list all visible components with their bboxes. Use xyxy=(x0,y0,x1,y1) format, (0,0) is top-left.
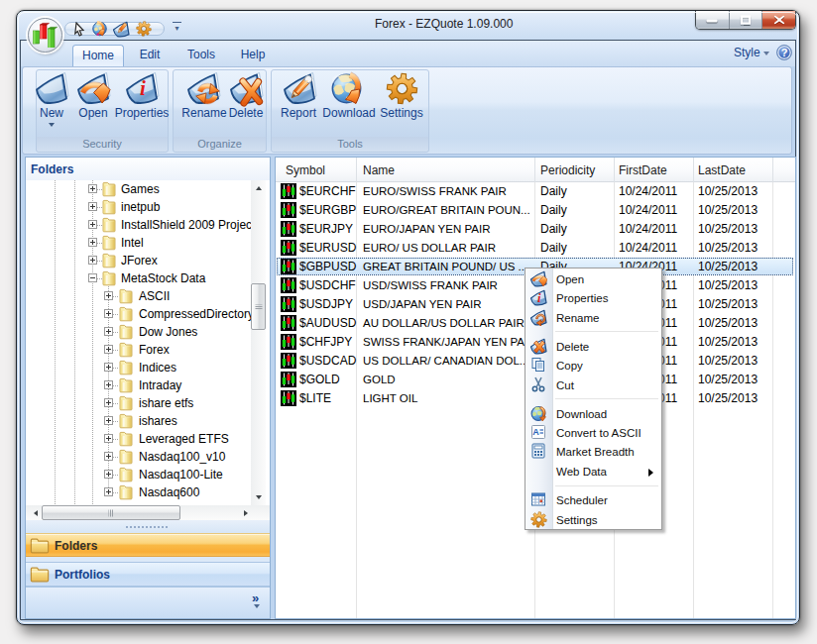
svg-text:i: i xyxy=(140,76,146,100)
svg-text:A: A xyxy=(532,427,539,437)
svg-text:i: i xyxy=(537,291,541,305)
